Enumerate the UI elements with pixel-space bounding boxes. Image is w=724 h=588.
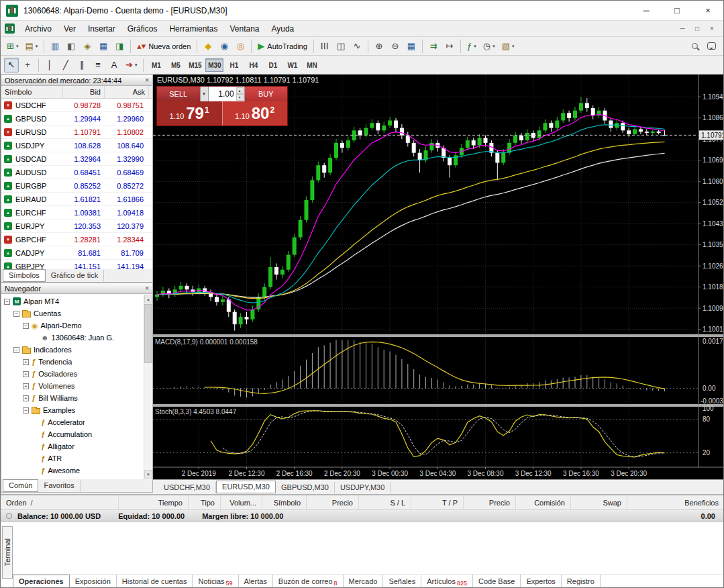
zoom-out-button[interactable]: ⊖ bbox=[388, 39, 403, 54]
strategy-tester-button[interactable]: ◨ bbox=[112, 39, 127, 54]
menu-ventana[interactable]: Ventana bbox=[223, 24, 265, 34]
signals-button[interactable]: ◎ bbox=[233, 39, 248, 54]
market-watch-tab-s-mbolos[interactable]: Símbolos bbox=[3, 269, 46, 282]
terminal-tab-alertas[interactable]: Alertas bbox=[239, 575, 273, 587]
periods-button[interactable]: ◷▾ bbox=[480, 39, 498, 54]
timeframe-m1-button[interactable]: M1 bbox=[147, 58, 165, 72]
menu-gr-ficos[interactable]: Gráficos bbox=[121, 24, 164, 34]
expand-box-icon[interactable]: + bbox=[23, 359, 29, 365]
menu-archivo[interactable]: Archivo bbox=[19, 24, 58, 34]
market-watch-tab-gr-fico-de-tick[interactable]: Gráfico de tick bbox=[46, 270, 104, 281]
candlestick-button[interactable]: ◫ bbox=[333, 39, 348, 54]
market-watch-row[interactable]: ▲AUDUSD0.684510.68469 bbox=[1, 166, 152, 179]
market-watch-row[interactable]: ▼EURUSD1.107911.10802 bbox=[1, 126, 152, 139]
menu-insertar[interactable]: Insertar bbox=[82, 24, 121, 34]
tree-item-alpari-mt4[interactable]: −MAlpari MT4 bbox=[1, 295, 152, 307]
menu-ver[interactable]: Ver bbox=[58, 24, 82, 34]
maximize-button[interactable]: □ bbox=[662, 1, 692, 20]
search-button[interactable] bbox=[688, 39, 703, 54]
market-watch-column-ask[interactable]: Ask bbox=[105, 86, 149, 98]
price-chart[interactable]: 1.109451.108601.107751.106901.106051.105… bbox=[153, 75, 724, 479]
community-button[interactable]: ◉ bbox=[217, 39, 231, 54]
navigator-button[interactable]: ◈ bbox=[80, 39, 95, 54]
trend-line-button[interactable]: ╱ bbox=[58, 58, 73, 72]
tree-item-examples[interactable]: −Examples bbox=[1, 404, 152, 416]
collapse-box-icon[interactable]: − bbox=[4, 299, 10, 305]
terminal-column-3-volum[interactable]: Volum... bbox=[221, 495, 262, 509]
indicators-button[interactable]: ƒ▾ bbox=[464, 39, 479, 54]
chart-area[interactable]: 1.109451.108601.107751.106901.106051.105… bbox=[153, 75, 724, 479]
terminal-column-6-s-l[interactable]: S / L bbox=[359, 495, 411, 509]
tree-item-atr[interactable]: ƒATR bbox=[1, 452, 152, 464]
navigator-close-button[interactable]: × bbox=[145, 285, 149, 292]
volume-stepper[interactable]: ▲▼ bbox=[236, 87, 244, 101]
collapse-box-icon[interactable]: − bbox=[13, 347, 19, 353]
terminal-column-0-orden[interactable]: Orden/ bbox=[1, 495, 119, 509]
terminal-tab-historial-de-cuentas[interactable]: Historial de cuentas bbox=[117, 575, 193, 587]
close-button[interactable]: × bbox=[692, 1, 723, 20]
fibonacci-button[interactable]: ≡ bbox=[91, 58, 105, 72]
scrollbar-thumb[interactable] bbox=[144, 304, 152, 363]
market-watch-row[interactable]: ▲EURJPY120.353120.379 bbox=[1, 219, 152, 233]
market-watch-row[interactable]: ▲EURGBP0.852520.85272 bbox=[1, 179, 152, 193]
vertical-line-button[interactable]: │ bbox=[42, 58, 57, 72]
tree-item-accelerator[interactable]: ƒAccelerator bbox=[1, 416, 152, 428]
zoom-in-button[interactable]: ⊕ bbox=[372, 39, 386, 54]
market-watch-close-button[interactable]: × bbox=[145, 77, 149, 84]
terminal-column-9-comisi-n[interactable]: Comisión bbox=[516, 495, 571, 509]
market-watch-list[interactable]: ▼USDCHF0.987280.98751▲GBPUSD1.299441.299… bbox=[1, 99, 153, 269]
templates-button[interactable]: ▧▾ bbox=[499, 39, 517, 54]
chat-button[interactable] bbox=[704, 39, 719, 54]
scroll-up-icon[interactable]: ▲ bbox=[144, 295, 152, 303]
collapse-box-icon[interactable]: − bbox=[23, 407, 29, 413]
menu-herramientas[interactable]: Herramientas bbox=[163, 24, 223, 34]
timeframe-w1-button[interactable]: W1 bbox=[283, 58, 301, 72]
terminal-column-7-t-p[interactable]: T / P bbox=[411, 495, 464, 509]
volume-dropdown-button[interactable]: ▾ bbox=[200, 87, 209, 101]
auto-scroll-button[interactable]: ⇉ bbox=[426, 39, 441, 54]
mdi-minimize-button[interactable]: ─ bbox=[675, 25, 690, 32]
channel-button[interactable]: ∥ bbox=[74, 58, 89, 72]
metaeditor-button[interactable]: ◆ bbox=[201, 39, 215, 54]
tree-item-osciladores[interactable]: +ƒOsciladores bbox=[1, 368, 152, 380]
timeframe-d1-button[interactable]: D1 bbox=[264, 58, 282, 72]
menu-ayuda[interactable]: Ayuda bbox=[265, 24, 300, 34]
market-watch-row[interactable]: ▲USDJPY108.628108.640 bbox=[1, 139, 152, 152]
mdi-restore-button[interactable]: □ bbox=[690, 25, 705, 32]
terminal-tab-art-culos[interactable]: Artículos825 bbox=[421, 575, 473, 587]
crosshair-button[interactable]: + bbox=[20, 58, 35, 72]
terminal-tab-mercado[interactable]: Mercado bbox=[344, 575, 384, 587]
terminal-column-2-tipo[interactable]: Tipo bbox=[189, 495, 221, 509]
terminal-tab-se-ales[interactable]: Señales bbox=[383, 575, 421, 587]
tree-item-tendencia[interactable]: +ƒTendencia bbox=[1, 356, 152, 368]
expand-box-icon[interactable]: + bbox=[23, 371, 29, 377]
navigator-tab-com-n[interactable]: Común bbox=[3, 479, 38, 492]
buy-button[interactable]: BUY bbox=[245, 87, 288, 101]
terminal-column-4-s-mbolo[interactable]: Símbolo bbox=[262, 495, 307, 509]
buy-price[interactable]: 1.10802 bbox=[222, 101, 288, 126]
profiles-button[interactable]: ▤▾ bbox=[22, 39, 40, 54]
autotrading-button[interactable]: ▶AutoTrading bbox=[255, 39, 310, 54]
terminal-tab-operaciones[interactable]: Operaciones bbox=[13, 575, 70, 587]
bar-chart-button[interactable]: ☰ bbox=[317, 39, 332, 54]
timeframe-h4-button[interactable]: H4 bbox=[244, 58, 262, 72]
tree-item-bill-williams[interactable]: +ƒBill Williams bbox=[1, 392, 152, 404]
terminal-column-1-tiempo[interactable]: Tiempo bbox=[119, 495, 189, 509]
sell-price[interactable]: 1.10791 bbox=[157, 101, 222, 126]
tree-item-indicadores[interactable]: −Indicadores bbox=[1, 344, 152, 356]
volume-down-icon[interactable]: ▼ bbox=[236, 94, 244, 101]
terminal-column-10-swap[interactable]: Swap bbox=[571, 495, 627, 509]
scroll-down-icon[interactable]: ▼ bbox=[144, 470, 152, 479]
navigator-tab-favoritos[interactable]: Favoritos bbox=[38, 480, 80, 491]
chart-tab-gbpusd-m30[interactable]: GBPUSD,M30 bbox=[276, 482, 335, 493]
new-chart-button[interactable]: ⊞▾ bbox=[4, 39, 21, 54]
navigator-tree[interactable]: −MAlpari MT4−Cuentas−◉Alpari-Demo☻130606… bbox=[1, 294, 153, 479]
text-button[interactable]: A bbox=[107, 58, 121, 72]
terminal-tab-expertos[interactable]: Expertos bbox=[521, 575, 561, 587]
chart-tab-eurusd-m30[interactable]: EURUSD,M30 bbox=[216, 481, 276, 493]
market-watch-column-bid[interactable]: Bid bbox=[63, 86, 105, 98]
tree-item-13060648-juan-g[interactable]: ☻13060648: Juan G. bbox=[1, 332, 152, 344]
timeframe-mn-button[interactable]: MN bbox=[303, 58, 321, 72]
tree-item-alpari-demo[interactable]: −◉Alpari-Demo bbox=[1, 320, 152, 332]
expand-box-icon[interactable]: + bbox=[23, 395, 29, 401]
